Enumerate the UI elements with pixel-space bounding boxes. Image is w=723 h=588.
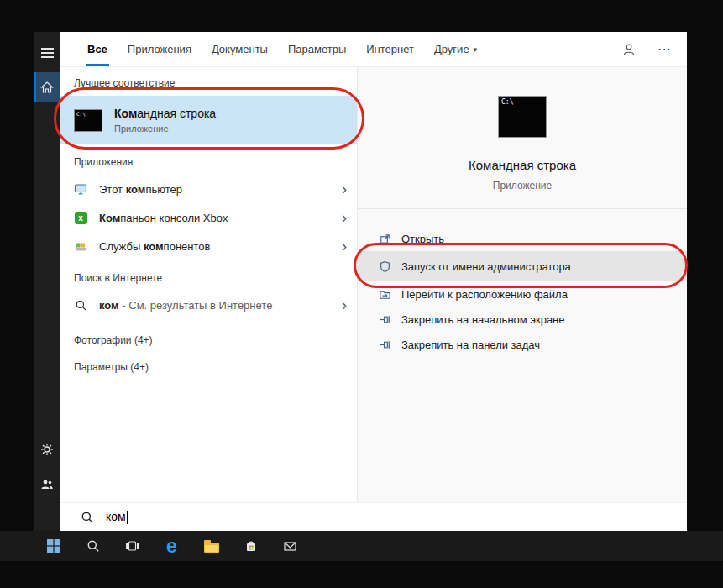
pin-icon — [378, 338, 391, 351]
apps-section-header: Приложения — [60, 144, 357, 175]
action-open[interactable]: Открыть — [358, 226, 687, 251]
best-match-header: Лучшее соответствие — [60, 67, 357, 96]
list-item-label: Компаньон консоли Xbox — [99, 212, 228, 224]
preview-panel: C:\ Командная строка Приложение Открыть … — [357, 67, 687, 502]
gear-icon — [40, 443, 54, 456]
photos-group-header[interactable]: Фотографии (4+) — [60, 319, 357, 346]
computer-icon — [74, 182, 87, 196]
search-icon — [81, 511, 94, 524]
tab-apps-label: Приложения — [128, 43, 191, 55]
tab-web-label: Интернет — [366, 43, 414, 55]
tab-settings-label: Параметры — [288, 43, 346, 55]
best-match-item[interactable]: C:\ Командная строка Приложение — [60, 96, 357, 144]
cmd-prompt-icon-large: C:\ — [498, 96, 547, 138]
desktop: Все Приложения Документы Параметры Интер… — [0, 0, 723, 588]
tab-more[interactable]: Другие ▾ — [434, 32, 477, 66]
action-run-as-admin[interactable]: Запуск от имени администратора — [358, 251, 687, 281]
best-match-subtitle: Приложение — [114, 123, 216, 134]
tab-documents[interactable]: Документы — [212, 32, 268, 66]
search-input[interactable]: ком — [60, 502, 687, 531]
app-title: Командная строка — [358, 158, 687, 172]
start-button[interactable] — [34, 531, 73, 561]
more-options-button[interactable]: ⋯ — [658, 41, 672, 57]
list-item-component-services[interactable]: Службы компонентов › — [60, 232, 357, 260]
account-button[interactable] — [622, 43, 636, 56]
chevron-right-icon[interactable]: › — [342, 212, 347, 223]
list-item-this-pc[interactable]: Этот компьютер › — [60, 175, 357, 203]
search-tabs-bar: Все Приложения Документы Параметры Интер… — [60, 32, 687, 67]
folder-location-icon — [378, 287, 391, 301]
rail-item-home[interactable] — [34, 72, 60, 102]
xbox-icon: x — [74, 211, 87, 224]
hamburger-icon — [41, 48, 54, 58]
mail-button[interactable] — [270, 531, 310, 561]
text-cursor — [127, 511, 128, 524]
context-actions: Открыть Запуск от имени администратора П… — [358, 209, 687, 357]
best-match-title: Командная строка — [114, 107, 216, 120]
web-suggestion-label: ком - См. результаты в Интернете — [99, 299, 272, 312]
search-icon — [74, 298, 87, 312]
shield-icon — [378, 260, 391, 273]
tab-all[interactable]: Все — [87, 32, 107, 66]
action-pin-to-taskbar[interactable]: Закрепить на панели задач — [358, 332, 687, 357]
folder-icon — [204, 543, 219, 553]
action-label: Перейти к расположению файла — [401, 288, 568, 301]
store-button[interactable] — [231, 531, 270, 561]
menu-button[interactable] — [34, 39, 60, 67]
list-item-label: Этот компьютер — [99, 183, 182, 196]
people-icon — [40, 478, 54, 491]
chevron-right-icon[interactable]: › — [342, 299, 347, 311]
home-icon — [40, 81, 54, 94]
components-icon — [74, 239, 87, 253]
action-label: Запуск от имени администратора — [401, 260, 571, 273]
search-icon — [86, 539, 100, 553]
tab-web[interactable]: Интернет — [366, 32, 414, 66]
taskbar-search-button[interactable] — [73, 531, 113, 561]
nav-rail — [34, 32, 60, 531]
web-search-header: Поиск в Интернете — [60, 260, 357, 291]
rail-item-people[interactable] — [34, 470, 60, 499]
file-explorer-button[interactable] — [191, 531, 231, 561]
windows-logo-icon — [47, 539, 60, 553]
best-match-title-rest: андная строка — [137, 107, 216, 120]
tab-all-label: Все — [87, 43, 107, 55]
app-subtitle: Приложение — [358, 180, 687, 192]
tab-documents-label: Документы — [212, 43, 268, 55]
store-icon — [244, 539, 258, 553]
pin-icon — [378, 312, 391, 326]
open-icon — [378, 232, 391, 245]
tab-settings[interactable]: Параметры — [288, 32, 346, 66]
cmd-prompt-icon: C:\ — [74, 109, 102, 132]
settings-group-header[interactable]: Параметры (4+) — [60, 346, 357, 373]
list-item-label: Службы компонентов — [99, 240, 210, 253]
task-view-button[interactable] — [113, 531, 152, 561]
edge-icon: e — [166, 537, 177, 556]
tab-more-label: Другие — [434, 43, 469, 55]
best-match-title-match: Ком — [114, 107, 137, 120]
taskbar: e — [0, 531, 723, 561]
edge-browser-button[interactable]: e — [152, 531, 191, 561]
list-item-xbox-companion[interactable]: x Компаньон консоли Xbox › — [60, 203, 357, 232]
action-label: Закрепить на панели задач — [401, 339, 540, 351]
chevron-down-icon: ▾ — [474, 45, 478, 54]
web-suggestion-item[interactable]: ком - См. результаты в Интернете › — [60, 291, 357, 319]
action-open-file-location[interactable]: Перейти к расположению файла — [358, 281, 687, 307]
app-hero: C:\ Командная строка Приложение — [358, 67, 687, 209]
mail-icon — [283, 539, 297, 553]
action-label: Закрепить на начальном экране — [401, 313, 565, 326]
chevron-right-icon[interactable]: › — [342, 183, 347, 195]
search-query-text: ком — [106, 510, 128, 524]
rail-item-settings[interactable] — [34, 435, 60, 464]
results-panel: Лучшее соответствие C:\ Командная строка… — [60, 67, 357, 502]
chevron-right-icon[interactable]: › — [342, 240, 347, 252]
action-pin-to-start[interactable]: Закрепить на начальном экране — [358, 307, 687, 332]
task-view-icon — [125, 539, 139, 553]
action-label: Открыть — [401, 233, 444, 245]
tab-apps[interactable]: Приложения — [128, 32, 191, 66]
start-search-flyout: Все Приложения Документы Параметры Интер… — [34, 32, 687, 531]
